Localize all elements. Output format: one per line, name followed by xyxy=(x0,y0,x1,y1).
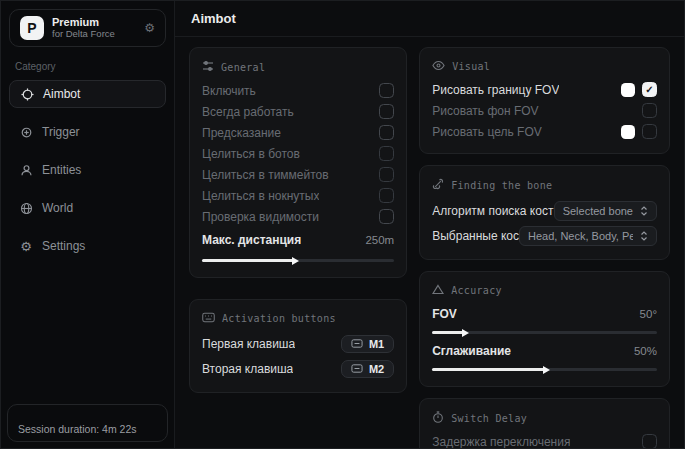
checkbox[interactable] xyxy=(379,125,394,140)
general-card: General Включить Всегда работать Предска… xyxy=(189,47,407,278)
app-subtitle: for Delta Force xyxy=(52,29,136,40)
setting-row: Рисовать фон FOV xyxy=(432,100,657,121)
sidebar-item-trigger[interactable]: Trigger xyxy=(9,118,166,146)
sidebar-item-world[interactable]: World xyxy=(9,194,166,222)
slider-value: 250m xyxy=(365,234,394,246)
left-column: General Включить Всегда работать Предска… xyxy=(189,47,407,414)
checkbox[interactable] xyxy=(379,209,394,224)
slider-thumb[interactable] xyxy=(543,366,550,374)
slider-thumb[interactable] xyxy=(292,257,299,265)
globe-icon xyxy=(19,201,33,215)
slider-label: Макс. дистанция xyxy=(202,233,301,247)
visual-card: Visual Рисовать границу FOV Рисовать фон… xyxy=(419,47,670,154)
card-title-label: Finding the bone xyxy=(451,180,552,191)
setting-label: Рисовать фон FOV xyxy=(432,104,538,118)
chevron-updown-icon xyxy=(640,206,648,216)
checkbox[interactable] xyxy=(379,146,394,161)
stopwatch-icon xyxy=(432,411,444,425)
select-row: Алгоритм поиска кост Selected bone xyxy=(432,198,657,223)
bone-algorithm-select[interactable]: Selected bone xyxy=(554,201,657,221)
app-logo: P xyxy=(20,16,44,40)
slider-fill xyxy=(202,259,294,262)
app-titles: Premium for Delta Force xyxy=(52,16,136,40)
card-title-label: Accuracy xyxy=(451,285,502,296)
category-label: Category xyxy=(15,61,160,72)
sliders-icon xyxy=(202,60,214,74)
card-title-label: General xyxy=(221,62,265,73)
slider-row: Сглаживание 50% xyxy=(432,340,657,361)
general-card-header: General xyxy=(202,60,394,74)
session-duration-text: Session duration: 4m 22s xyxy=(18,423,136,435)
slider-fill xyxy=(432,331,463,334)
setting-row: Рисовать цель FOV xyxy=(432,121,657,142)
checkbox[interactable] xyxy=(379,188,394,203)
app-name: Premium xyxy=(52,16,136,29)
setting-label: Включить xyxy=(202,84,256,98)
eye-icon xyxy=(432,60,445,73)
keybind-key: M2 xyxy=(369,363,384,375)
smoothing-slider[interactable] xyxy=(432,368,657,371)
selected-bones-select[interactable]: Head, Neck, Body, Pe... xyxy=(519,226,657,246)
slider-row: Макс. дистанция 250m xyxy=(202,227,394,252)
card-title-label: Visual xyxy=(452,61,490,72)
setting-label: Рисовать границу FOV xyxy=(432,83,559,97)
keybind-row: Первая клавиша M1 xyxy=(202,331,394,356)
setting-row: Включить xyxy=(202,80,394,101)
checkbox[interactable] xyxy=(379,104,394,119)
slider-value: 50° xyxy=(640,308,657,320)
checkbox[interactable] xyxy=(642,434,657,448)
color-swatch[interactable] xyxy=(621,125,635,139)
sidebar-item-label: Aimbot xyxy=(43,87,80,101)
setting-label: Целиться в нокнутых xyxy=(202,189,319,203)
sidebar-item-aimbot[interactable]: Aimbot xyxy=(9,80,166,108)
activation-card: Activation buttons Первая клавиша M1 Вто… xyxy=(189,299,407,393)
gear-icon: ⚙ xyxy=(19,239,33,253)
setting-row: Предсказание xyxy=(202,122,394,143)
select-row: Выбранные кос Head, Neck, Body, Pe... xyxy=(432,223,657,248)
visual-card-header: Visual xyxy=(432,60,657,73)
sidebar-item-label: Entities xyxy=(42,163,81,177)
trigger-crosshair-icon xyxy=(19,125,33,139)
slider-row: FOV 50° xyxy=(432,303,657,324)
setting-row: Всегда работать xyxy=(202,101,394,122)
sidebar-item-label: World xyxy=(42,201,73,215)
crosshair-icon xyxy=(20,87,34,101)
main-header: Aimbot xyxy=(175,1,684,37)
keyboard-icon xyxy=(351,364,363,373)
bone-card: Finding the bone Алгоритм поиска кост Se… xyxy=(419,165,670,260)
select-value: Selected bone xyxy=(563,205,633,217)
checkbox[interactable] xyxy=(379,83,394,98)
slider-thumb[interactable] xyxy=(462,329,469,337)
activation-card-header: Activation buttons xyxy=(202,312,394,325)
sidebar: P Premium for Delta Force ⚙ Category Aim… xyxy=(1,1,175,448)
fov-slider[interactable] xyxy=(432,331,657,334)
checkbox[interactable] xyxy=(379,167,394,182)
setting-label: Рисовать цель FOV xyxy=(432,125,542,139)
sidebar-item-entities[interactable]: Entities xyxy=(9,156,166,184)
page-title: Aimbot xyxy=(191,11,236,26)
triangle-icon xyxy=(432,284,444,297)
max-distance-slider[interactable] xyxy=(202,259,394,262)
slider-value: 50% xyxy=(634,345,657,357)
entities-icon xyxy=(19,163,33,177)
slider-fill xyxy=(432,368,544,371)
accuracy-card-header: Accuracy xyxy=(432,284,657,297)
setting-label: Целиться в ботов xyxy=(202,147,300,161)
select-value: Head, Neck, Body, Pe... xyxy=(528,230,633,242)
select-label: Выбранные кос xyxy=(432,229,519,243)
color-swatch[interactable] xyxy=(621,83,635,97)
keybind-row: Вторая клавиша M2 xyxy=(202,356,394,381)
keybind-button-2[interactable]: M2 xyxy=(341,360,394,378)
checkbox[interactable] xyxy=(642,103,657,118)
checkbox[interactable] xyxy=(642,124,657,139)
setting-label: Целиться в тиммейтов xyxy=(202,168,329,182)
checkbox[interactable] xyxy=(642,82,657,97)
sidebar-item-settings[interactable]: ⚙ Settings xyxy=(9,232,166,260)
setting-row: Целиться в нокнутых xyxy=(202,185,394,206)
sidebar-item-label: Trigger xyxy=(42,125,80,139)
session-duration-box: Session duration: 4m 22s xyxy=(7,404,168,442)
chevron-updown-icon xyxy=(640,231,648,241)
gear-icon[interactable]: ⚙ xyxy=(144,21,155,35)
setting-row: Целиться в ботов xyxy=(202,143,394,164)
keybind-button-1[interactable]: M1 xyxy=(341,335,394,353)
